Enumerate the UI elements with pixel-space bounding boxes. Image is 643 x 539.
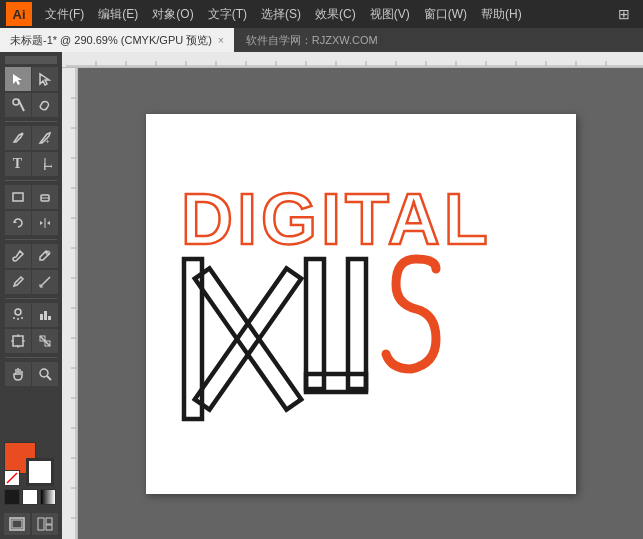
svg-rect-24 bbox=[44, 311, 47, 320]
svg-line-35 bbox=[47, 376, 51, 380]
vertical-type-tool-btn[interactable]: T bbox=[32, 152, 58, 176]
menu-text[interactable]: 文字(T) bbox=[201, 4, 254, 25]
ruler-horizontal bbox=[62, 52, 643, 68]
main-layout: + T T bbox=[0, 52, 643, 539]
color-area bbox=[0, 438, 62, 509]
svg-rect-79 bbox=[194, 268, 301, 409]
artboard: DIGITAL bbox=[146, 114, 576, 494]
tab-close-button[interactable]: × bbox=[218, 35, 224, 46]
svg-rect-39 bbox=[38, 518, 44, 530]
svg-text:DIGITAL: DIGITAL bbox=[181, 179, 492, 251]
svg-rect-81 bbox=[306, 259, 324, 389]
none-indicator bbox=[4, 470, 20, 486]
menu-view[interactable]: 视图(V) bbox=[363, 4, 417, 25]
svg-point-20 bbox=[13, 317, 15, 319]
change-screen-mode-btn[interactable] bbox=[4, 513, 30, 535]
digital-word: DIGITAL bbox=[176, 176, 546, 253]
tab-bar: 未标题-1* @ 290.69% (CMYK/GPU 预览) × 软件自学网：R… bbox=[0, 28, 643, 52]
svg-marker-1 bbox=[40, 74, 49, 85]
tool-separator-2 bbox=[5, 180, 57, 181]
ai-logo-icon: Ai bbox=[6, 2, 32, 26]
magic-wand-tool-btn[interactable] bbox=[5, 93, 31, 117]
svg-rect-23 bbox=[40, 314, 43, 320]
logo-design: DIGITAL bbox=[176, 176, 546, 431]
svg-rect-25 bbox=[48, 316, 51, 320]
eyedropper-tool-btn[interactable] bbox=[5, 270, 31, 294]
rotate-tool-btn[interactable] bbox=[5, 211, 31, 235]
tool-separator-1 bbox=[5, 121, 57, 122]
paintbrush-tool-btn[interactable] bbox=[5, 244, 31, 268]
blob-brush-tool-btn[interactable] bbox=[32, 244, 58, 268]
menu-help[interactable]: 帮助(H) bbox=[474, 4, 529, 25]
eraser-tool-btn[interactable] bbox=[32, 185, 58, 209]
canvas-wrapper: DIGITAL bbox=[62, 52, 643, 539]
ixus-row bbox=[176, 254, 546, 431]
zoom-tool-btn[interactable] bbox=[32, 362, 58, 386]
svg-point-19 bbox=[15, 309, 21, 315]
bar-graph-tool-btn[interactable] bbox=[32, 303, 58, 327]
svg-marker-13 bbox=[40, 221, 43, 225]
hand-tool-btn[interactable] bbox=[5, 362, 31, 386]
direct-selection-tool-btn[interactable] bbox=[32, 67, 58, 91]
svg-point-3 bbox=[13, 99, 19, 105]
svg-line-36 bbox=[7, 473, 17, 483]
selection-tool-btn[interactable] bbox=[5, 67, 31, 91]
svg-point-21 bbox=[17, 318, 19, 320]
add-anchor-tool-btn[interactable]: + bbox=[32, 126, 58, 150]
measure-tool-btn[interactable] bbox=[32, 270, 58, 294]
ruler-vertical bbox=[62, 68, 78, 539]
svg-rect-80 bbox=[194, 268, 301, 409]
layout-icon[interactable]: ⊞ bbox=[611, 4, 637, 24]
svg-text:T: T bbox=[41, 162, 52, 170]
color-extra-icons bbox=[4, 489, 58, 505]
svg-point-4 bbox=[20, 133, 23, 136]
canvas-area[interactable]: DIGITAL bbox=[62, 68, 643, 539]
tab-title: 未标题-1* @ 290.69% (CMYK/GPU 预览) bbox=[10, 33, 212, 48]
tool-separator-4 bbox=[5, 298, 57, 299]
svg-line-16 bbox=[40, 277, 50, 287]
reflect-tool-btn[interactable] bbox=[32, 211, 58, 235]
svg-rect-40 bbox=[46, 518, 52, 524]
gradient-swatch[interactable] bbox=[40, 489, 56, 505]
menu-bar: 文件(F) 编辑(E) 对象(O) 文字(T) 选择(S) 效果(C) 视图(V… bbox=[38, 4, 637, 25]
left-toolbar: + T T bbox=[0, 52, 62, 539]
svg-marker-14 bbox=[47, 221, 50, 225]
bottom-row-1 bbox=[4, 513, 58, 535]
svg-rect-82 bbox=[348, 259, 366, 389]
slice-tool-btn[interactable] bbox=[32, 329, 58, 353]
svg-rect-38 bbox=[12, 520, 22, 528]
type-tool-btn[interactable]: T bbox=[5, 152, 31, 176]
svg-rect-41 bbox=[46, 525, 52, 530]
pen-tool-btn[interactable] bbox=[5, 126, 31, 150]
arrange-windows-btn[interactable] bbox=[32, 513, 58, 535]
svg-rect-8 bbox=[13, 193, 23, 201]
svg-marker-0 bbox=[13, 74, 22, 85]
stroke-color-swatch[interactable] bbox=[26, 458, 54, 486]
svg-point-22 bbox=[21, 317, 23, 319]
menu-effect[interactable]: 效果(C) bbox=[308, 4, 363, 25]
white-swatch[interactable] bbox=[22, 489, 38, 505]
tool-separator-5 bbox=[5, 357, 57, 358]
menu-file[interactable]: 文件(F) bbox=[38, 4, 91, 25]
svg-point-34 bbox=[40, 369, 48, 377]
bottom-toolbar bbox=[0, 509, 62, 539]
tool-separator-3 bbox=[5, 239, 57, 240]
lasso-tool-btn[interactable] bbox=[32, 93, 58, 117]
menu-select[interactable]: 选择(S) bbox=[254, 4, 308, 25]
menu-object[interactable]: 对象(O) bbox=[145, 4, 200, 25]
watermark-label: 软件自学网：RJZXW.COM bbox=[234, 33, 378, 48]
symbol-sprayer-btn[interactable] bbox=[5, 303, 31, 327]
active-tab[interactable]: 未标题-1* @ 290.69% (CMYK/GPU 预览) × bbox=[0, 28, 234, 52]
title-bar: Ai 文件(F) 编辑(E) 对象(O) 文字(T) 选择(S) 效果(C) 视… bbox=[0, 0, 643, 28]
svg-rect-26 bbox=[13, 336, 23, 346]
menu-edit[interactable]: 编辑(E) bbox=[91, 4, 145, 25]
black-swatch[interactable] bbox=[4, 489, 20, 505]
fill-stroke-indicator[interactable] bbox=[4, 442, 54, 486]
menu-window[interactable]: 窗口(W) bbox=[417, 4, 474, 25]
artboard-tool-btn[interactable] bbox=[5, 329, 31, 353]
svg-text:+: + bbox=[45, 137, 50, 145]
rect-tool-btn[interactable] bbox=[5, 185, 31, 209]
